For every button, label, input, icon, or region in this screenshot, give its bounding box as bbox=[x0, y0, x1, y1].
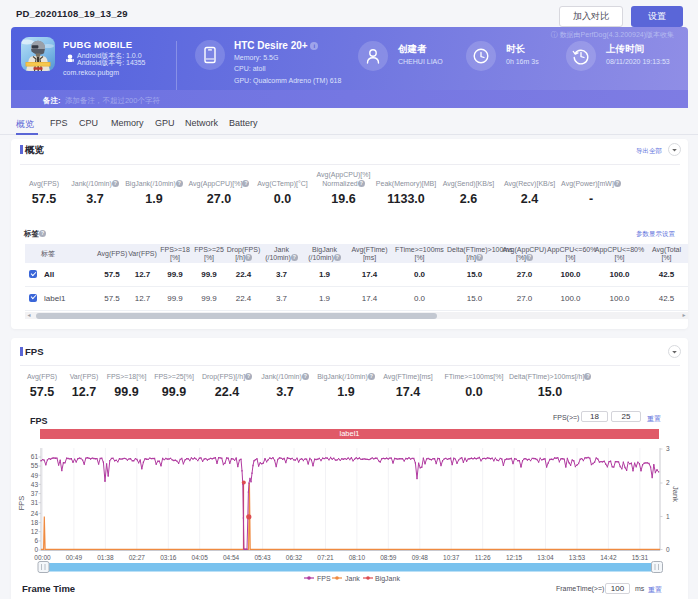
svg-text:18: 18 bbox=[31, 519, 39, 526]
svg-text:6: 6 bbox=[34, 537, 38, 544]
svg-text:02:27: 02:27 bbox=[129, 554, 146, 561]
svg-text:61: 61 bbox=[31, 453, 39, 460]
svg-text:Frame Time: Frame Time bbox=[22, 583, 75, 594]
svg-text:FPS: FPS bbox=[17, 496, 26, 511]
svg-text:03:16: 03:16 bbox=[160, 554, 177, 561]
svg-text:07:21: 07:21 bbox=[317, 554, 334, 561]
svg-text:04:05: 04:05 bbox=[192, 554, 209, 561]
svg-text:08:59: 08:59 bbox=[380, 554, 397, 561]
svg-text:37: 37 bbox=[31, 490, 39, 497]
svg-text:06:32: 06:32 bbox=[286, 554, 303, 561]
svg-text:55: 55 bbox=[31, 462, 39, 469]
svg-text:14:42: 14:42 bbox=[600, 554, 617, 561]
svg-text:09:48: 09:48 bbox=[412, 554, 429, 561]
svg-text:01:38: 01:38 bbox=[97, 554, 114, 561]
svg-text:0: 0 bbox=[666, 546, 670, 553]
svg-text:13:53: 13:53 bbox=[569, 554, 586, 561]
svg-text:31: 31 bbox=[31, 499, 39, 506]
svg-text:1: 1 bbox=[666, 513, 670, 520]
svg-text:00:49: 00:49 bbox=[66, 554, 83, 561]
svg-text:Jank: Jank bbox=[671, 486, 680, 502]
svg-text:12: 12 bbox=[31, 528, 39, 535]
svg-text:Jank: Jank bbox=[345, 575, 360, 582]
svg-text:10:37: 10:37 bbox=[443, 554, 460, 561]
svg-text:0: 0 bbox=[34, 546, 38, 553]
svg-text:2: 2 bbox=[666, 479, 670, 486]
svg-text:3: 3 bbox=[666, 445, 670, 452]
svg-text:11:26: 11:26 bbox=[475, 554, 491, 561]
svg-text:24: 24 bbox=[31, 510, 39, 517]
svg-text:05:43: 05:43 bbox=[254, 554, 271, 561]
svg-text:FPS: FPS bbox=[317, 575, 331, 582]
svg-text:15:31: 15:31 bbox=[632, 554, 649, 561]
svg-text:00:00: 00:00 bbox=[34, 554, 51, 561]
svg-text:BigJank: BigJank bbox=[375, 575, 400, 583]
svg-text:08:10: 08:10 bbox=[349, 554, 366, 561]
svg-text:04:54: 04:54 bbox=[223, 554, 240, 561]
svg-text:49: 49 bbox=[31, 472, 39, 479]
svg-text:13:04: 13:04 bbox=[537, 554, 554, 561]
svg-text:43: 43 bbox=[31, 481, 39, 488]
svg-text:12:15: 12:15 bbox=[506, 554, 523, 561]
